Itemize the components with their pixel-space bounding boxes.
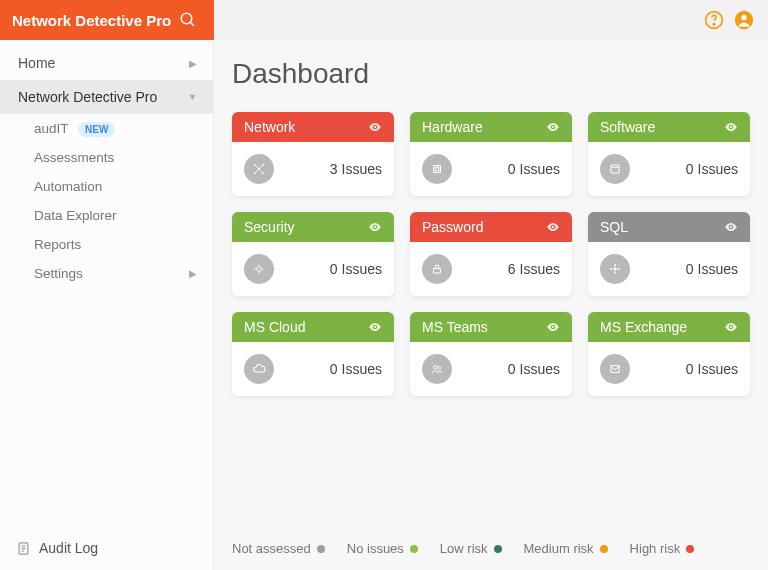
card-network[interactable]: Network 3 Issues (232, 112, 394, 196)
svg-rect-33 (434, 268, 441, 273)
card-title: Hardware (422, 119, 483, 135)
card-software[interactable]: Software 0 Issues (588, 112, 750, 196)
card-body: 0 Issues (232, 242, 394, 296)
svg-line-19 (259, 169, 263, 173)
card-body: 0 Issues (410, 142, 572, 196)
nav-audit-label: audIT (34, 121, 68, 136)
svg-point-23 (730, 126, 732, 128)
card-body: 0 Issues (410, 342, 572, 396)
teams-icon (422, 354, 452, 384)
svg-line-1 (190, 22, 194, 26)
network-icon (244, 154, 274, 184)
svg-point-10 (374, 126, 376, 128)
legend-dot (686, 545, 694, 553)
svg-point-44 (374, 326, 376, 328)
nav-settings[interactable]: Settings ▶ (0, 259, 213, 288)
eye-icon[interactable] (546, 320, 560, 334)
card-issues: 0 Issues (330, 261, 382, 277)
svg-line-16 (255, 165, 259, 169)
brand-title: Network Detective Pro (12, 12, 171, 29)
eye-icon[interactable] (546, 220, 560, 234)
svg-rect-21 (434, 166, 441, 173)
card-head: Security (232, 212, 394, 242)
help-icon[interactable] (704, 10, 724, 30)
nav-data-explorer[interactable]: Data Explorer (0, 201, 213, 230)
card-head: Password (410, 212, 572, 242)
nav-data-explorer-label: Data Explorer (34, 208, 117, 223)
svg-point-48 (730, 326, 732, 328)
legend: Not assessedNo issuesLow riskMedium risk… (214, 531, 768, 570)
card-body: 0 Issues (588, 342, 750, 396)
eye-icon[interactable] (724, 220, 738, 234)
eye-icon[interactable] (368, 120, 382, 134)
svg-line-17 (259, 165, 263, 169)
password-icon (422, 254, 452, 284)
card-body: 0 Issues (588, 242, 750, 296)
software-icon (600, 154, 630, 184)
card-title: Security (244, 219, 295, 235)
topbar: Network Detective Pro (0, 0, 768, 40)
nav-settings-label: Settings (34, 266, 83, 281)
card-issues: 6 Issues (508, 261, 560, 277)
card-issues: 0 Issues (686, 161, 738, 177)
legend-label: Medium risk (524, 541, 594, 556)
card-title: Network (244, 119, 295, 135)
card-title: MS Cloud (244, 319, 305, 335)
card-teams[interactable]: MS Teams 0 Issues (410, 312, 572, 396)
card-head: SQL (588, 212, 750, 242)
card-hardware[interactable]: Hardware 0 Issues (410, 112, 572, 196)
eye-icon[interactable] (368, 320, 382, 334)
nav-automation-label: Automation (34, 179, 102, 194)
svg-point-20 (552, 126, 554, 128)
audit-log[interactable]: Audit Log (0, 526, 213, 570)
svg-point-0 (181, 13, 192, 24)
card-title: MS Exchange (600, 319, 687, 335)
cloud-icon (244, 354, 274, 384)
nav-ndp[interactable]: Network Detective Pro ▼ (0, 80, 213, 114)
nav-audit[interactable]: audIT NEW (0, 114, 213, 143)
card-title: Software (600, 119, 655, 135)
nav-reports[interactable]: Reports (0, 230, 213, 259)
svg-point-45 (552, 326, 554, 328)
nav-automation[interactable]: Automation (0, 172, 213, 201)
svg-point-26 (374, 226, 376, 228)
svg-line-18 (255, 169, 259, 173)
cards-grid: Network 3 Issues Hardware 0 Issues Softw… (232, 112, 750, 396)
nav-ndp-label: Network Detective Pro (18, 89, 157, 105)
svg-point-47 (438, 366, 441, 369)
legend-item: Low risk (440, 541, 502, 556)
card-issues: 3 Issues (330, 161, 382, 177)
card-issues: 0 Issues (508, 361, 560, 377)
card-body: 0 Issues (232, 342, 394, 396)
caret-down-icon: ▼ (188, 92, 197, 102)
legend-item: Not assessed (232, 541, 325, 556)
eye-icon[interactable] (546, 120, 560, 134)
nav-home-label: Home (18, 55, 55, 71)
card-issues: 0 Issues (330, 361, 382, 377)
eye-icon[interactable] (368, 220, 382, 234)
eye-icon[interactable] (724, 320, 738, 334)
card-exchange[interactable]: MS Exchange 0 Issues (588, 312, 750, 396)
card-body: 3 Issues (232, 142, 394, 196)
card-sql[interactable]: SQL 0 Issues (588, 212, 750, 296)
sidebar: Home ▶ Network Detective Pro ▼ audIT NEW… (0, 40, 214, 570)
card-security[interactable]: Security 0 Issues (232, 212, 394, 296)
brand: Network Detective Pro (0, 0, 214, 40)
exchange-icon (600, 354, 630, 384)
user-icon[interactable] (734, 10, 754, 30)
nav-assessments[interactable]: Assessments (0, 143, 213, 172)
legend-label: High risk (630, 541, 681, 556)
legend-label: No issues (347, 541, 404, 556)
svg-point-34 (730, 226, 732, 228)
card-issues: 0 Issues (686, 361, 738, 377)
legend-label: Low risk (440, 541, 488, 556)
card-head: MS Cloud (232, 312, 394, 342)
card-password[interactable]: Password 6 Issues (410, 212, 572, 296)
legend-dot (317, 545, 325, 553)
nav-home[interactable]: Home ▶ (0, 46, 213, 80)
nav-reports-label: Reports (34, 237, 81, 252)
card-title: Password (422, 219, 483, 235)
svg-point-32 (552, 226, 554, 228)
eye-icon[interactable] (724, 120, 738, 134)
card-cloud[interactable]: MS Cloud 0 Issues (232, 312, 394, 396)
